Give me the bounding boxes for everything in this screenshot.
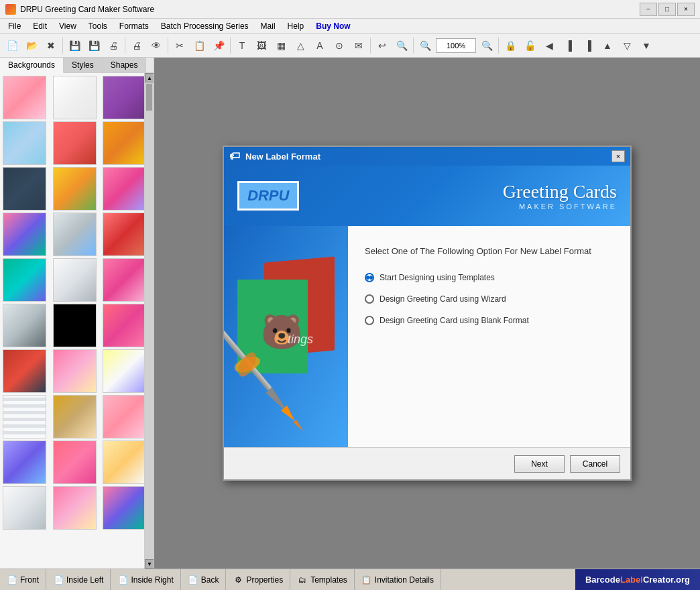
status-properties-label: Properties <box>246 575 283 585</box>
option-wizard[interactable]: Design Greeting Card using Wizard <box>365 294 614 304</box>
thumb-30[interactable] <box>103 486 146 530</box>
thumb-27[interactable] <box>103 440 146 484</box>
toolbar-save3[interactable]: 🖨 <box>104 36 123 55</box>
dialog-close-button[interactable]: × <box>611 150 625 162</box>
thumb-3[interactable] <box>103 76 146 119</box>
thumb-23[interactable] <box>53 395 97 438</box>
toolbar-paste[interactable]: 📌 <box>209 36 228 55</box>
option-templates[interactable]: Start Designing using Templates <box>365 273 614 282</box>
toolbar-barcode[interactable]: ▦ <box>272 36 290 55</box>
thumb-19[interactable] <box>3 349 46 393</box>
new-label-dialog: 🏷 New Label Format × DRPU Greeting Cards… <box>223 145 632 481</box>
thumb-13[interactable] <box>3 258 46 302</box>
toolbar-image[interactable]: 🖼 <box>252 36 271 55</box>
minimize-button[interactable]: − <box>640 3 657 16</box>
thumb-5[interactable] <box>53 121 97 165</box>
toolbar-down2[interactable]: ▼ <box>637 36 656 55</box>
toolbar-new[interactable]: 📄 <box>3 36 21 55</box>
tab-styles[interactable]: Styles <box>64 58 103 72</box>
thumb-4[interactable] <box>3 121 46 165</box>
toolbar-close[interactable]: ✖ <box>42 36 60 55</box>
toolbar-email[interactable]: ✉ <box>349 36 368 55</box>
radio-blank[interactable] <box>365 316 374 325</box>
scroll-track[interactable] <box>145 82 154 559</box>
thumb-2[interactable] <box>53 76 97 119</box>
thumb-11[interactable] <box>53 213 97 256</box>
status-inside-right[interactable]: 📄 Inside Right <box>111 569 180 590</box>
thumb-28[interactable] <box>3 486 46 530</box>
status-invitation[interactable]: 📋 Invitation Details <box>355 569 441 590</box>
close-button[interactable]: × <box>677 3 695 16</box>
thumb-16[interactable] <box>3 304 46 347</box>
toolbar-shape[interactable]: △ <box>291 36 310 55</box>
toolbar-unlock[interactable]: 🔓 <box>520 36 539 55</box>
radio-wizard[interactable] <box>365 294 374 304</box>
menu-help[interactable]: Help <box>282 20 310 32</box>
scroll-down-button[interactable]: ▼ <box>145 559 154 569</box>
toolbar-align2[interactable]: ▐ <box>579 36 597 55</box>
thumb-1[interactable] <box>3 76 46 119</box>
toolbar-print[interactable]: 🖨 <box>127 36 146 55</box>
cancel-button[interactable]: Cancel <box>570 455 620 473</box>
menu-view[interactable]: View <box>54 20 82 32</box>
status-inside-left[interactable]: 📄 Inside Left <box>46 569 111 590</box>
status-properties[interactable]: ⚙ Properties <box>226 569 290 590</box>
toolbar-undo[interactable]: ↩ <box>373 36 392 55</box>
toolbar-lock[interactable]: 🔒 <box>501 36 520 55</box>
thumb-12[interactable] <box>103 213 146 256</box>
status-inside-left-label: Inside Left <box>66 575 103 585</box>
tab-shapes[interactable]: Shapes <box>103 58 147 72</box>
maximize-button[interactable]: □ <box>658 3 676 16</box>
scroll-thumb[interactable] <box>146 84 152 111</box>
toolbar-redo[interactable]: 🔍 <box>392 36 411 55</box>
zoom-input[interactable]: 100% <box>436 38 476 53</box>
thumb-14[interactable] <box>53 258 97 302</box>
toolbar-cut[interactable]: ✂ <box>170 36 189 55</box>
thumb-18[interactable] <box>103 304 146 347</box>
panel-scrollbar[interactable]: ▲ ▼ <box>144 73 154 569</box>
thumb-29[interactable] <box>53 486 97 530</box>
thumb-25[interactable] <box>3 440 46 484</box>
thumb-9[interactable] <box>103 167 146 211</box>
menu-batch[interactable]: Batch Processing Series <box>156 20 254 32</box>
toolbar-text[interactable]: T <box>233 36 251 55</box>
toolbar-copy[interactable]: 📋 <box>190 36 209 55</box>
next-button[interactable]: Next <box>514 455 565 473</box>
thumb-6[interactable] <box>103 121 146 165</box>
toolbar-back[interactable]: ◀ <box>540 36 559 55</box>
scroll-up-button[interactable]: ▲ <box>145 73 154 82</box>
zoom-in[interactable]: 🔍 <box>477 36 496 55</box>
toolbar-save2[interactable]: 💾 <box>84 36 103 55</box>
toolbar-down[interactable]: ▽ <box>618 36 636 55</box>
menu-file[interactable]: File <box>3 20 26 32</box>
toolbar-open[interactable]: 📂 <box>22 36 41 55</box>
thumb-8[interactable] <box>53 167 97 211</box>
toolbar-up[interactable]: ▲ <box>598 36 617 55</box>
menu-mail[interactable]: Mail <box>255 20 281 32</box>
thumb-7[interactable] <box>3 167 46 211</box>
zoom-out[interactable]: 🔍 <box>416 36 434 55</box>
menu-formats[interactable]: Formats <box>114 20 154 32</box>
tab-backgrounds[interactable]: Backgrounds <box>0 58 64 73</box>
thumb-26[interactable] <box>53 440 97 484</box>
radio-templates[interactable] <box>365 273 374 282</box>
thumb-17[interactable] <box>53 304 97 347</box>
thumb-10[interactable] <box>3 213 46 256</box>
toolbar-wordart[interactable]: A <box>310 36 329 55</box>
toolbar-align[interactable]: ▐ <box>559 36 578 55</box>
status-templates[interactable]: 🗂 Templates <box>290 569 355 590</box>
toolbar-preview[interactable]: 👁 <box>147 36 166 55</box>
thumb-24[interactable] <box>103 395 146 438</box>
toolbar-save[interactable]: 💾 <box>65 36 84 55</box>
thumb-15[interactable] <box>103 258 146 302</box>
thumb-20[interactable] <box>53 349 97 393</box>
menu-edit[interactable]: Edit <box>27 20 52 32</box>
status-back[interactable]: 📄 Back <box>181 569 227 590</box>
thumb-21[interactable] <box>103 349 146 393</box>
toolbar-watermark[interactable]: ⊙ <box>330 36 349 55</box>
status-front[interactable]: 📄 Front <box>0 569 46 590</box>
menu-buynow[interactable]: Buy Now <box>310 20 355 32</box>
thumb-22[interactable] <box>3 395 46 438</box>
option-blank[interactable]: Design Greeting Card using Blank Format <box>365 316 614 325</box>
menu-tools[interactable]: Tools <box>83 20 113 32</box>
